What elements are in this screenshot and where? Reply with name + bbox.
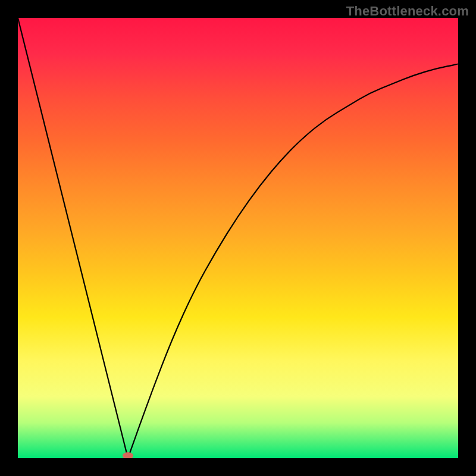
watermark-text: TheBottleneck.com [346, 4, 469, 19]
minimum-marker [123, 452, 133, 458]
curve-left-branch [18, 18, 128, 458]
chart-frame: TheBottleneck.com [0, 0, 476, 476]
curve-right-branch [128, 64, 458, 458]
plot-area [18, 18, 458, 458]
curve-svg [18, 18, 458, 458]
